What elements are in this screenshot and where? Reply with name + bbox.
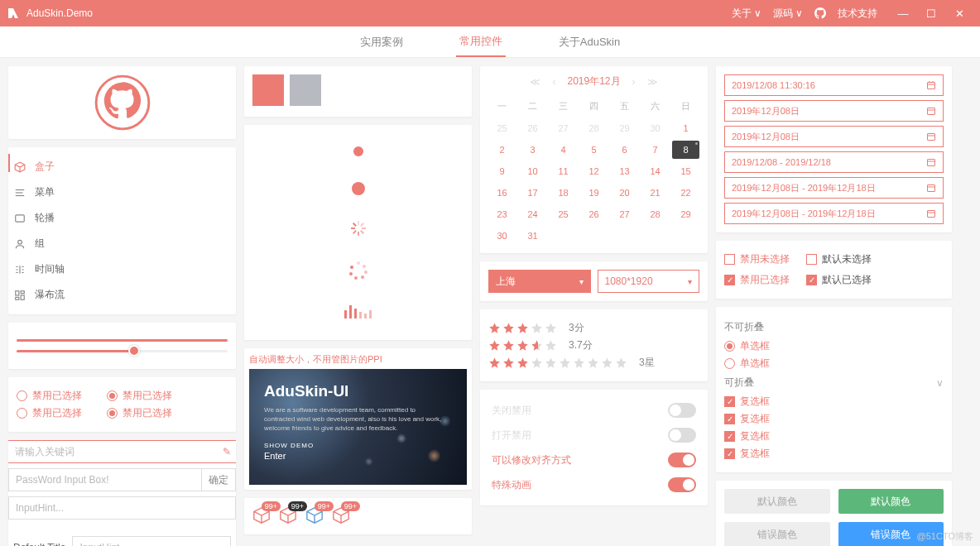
cal-day-12[interactable]: 12 — [580, 162, 608, 180]
cal-day-9[interactable]: 9 — [488, 162, 516, 180]
date-input-3[interactable]: 2019年12月08日 — [724, 126, 944, 147]
rating-3[interactable]: 3星 — [488, 356, 699, 370]
checkbox-1[interactable]: 复选框 — [724, 395, 944, 409]
rating-1[interactable]: 3分 — [488, 321, 699, 335]
cal-day-13[interactable]: 13 — [611, 162, 638, 180]
cal-day-10[interactable]: 10 — [519, 162, 546, 180]
checkbox-2[interactable]: 复选框 — [724, 412, 944, 426]
switch-2[interactable] — [668, 428, 696, 443]
cal-day-2[interactable]: 2 — [488, 141, 516, 159]
cal-day-11[interactable]: 11 — [550, 162, 577, 180]
cal-day-14[interactable]: 14 — [641, 162, 669, 180]
cal-next-year[interactable]: ≫ — [647, 76, 658, 88]
rating-2[interactable]: 3.7分 — [488, 338, 699, 352]
select-resolution[interactable]: 1080*1920▾ — [598, 270, 700, 293]
check-default-unsel[interactable]: 默认未选择 — [806, 252, 872, 266]
nav-group[interactable]: 组 — [8, 231, 236, 256]
date-range-2[interactable]: 2019年12月08日 - 2019年12月18日 — [724, 177, 944, 199]
swatch-accent[interactable] — [252, 74, 284, 106]
radio-b[interactable]: 单选框 — [724, 357, 944, 371]
cal-day-27[interactable]: 27 — [611, 205, 638, 223]
check-default-sel[interactable]: 默认已选择 — [806, 273, 872, 287]
date-input-2[interactable]: 2019年12月08日 — [724, 100, 944, 122]
cal-day-19[interactable]: 19 — [580, 184, 608, 202]
password-input[interactable] — [9, 474, 201, 486]
cal-day-22[interactable]: 22 — [672, 184, 699, 202]
checkbox-3[interactable]: 复选框 — [724, 429, 944, 443]
cal-day-prev[interactable]: 29 — [611, 119, 638, 137]
promo-enter[interactable]: Enter — [264, 451, 452, 461]
cal-day-5[interactable]: 5 — [580, 141, 608, 159]
cal-day-30[interactable]: 30 — [488, 227, 516, 245]
switch-1[interactable] — [668, 403, 696, 418]
cal-day-25[interactable]: 25 — [550, 205, 577, 223]
badge-4[interactable]: 99+ — [332, 506, 352, 526]
date-range-1[interactable]: 2019/12/08 - 2019/12/18 — [724, 151, 944, 173]
cal-day-20[interactable]: 20 — [611, 184, 638, 202]
maximize-button[interactable]: ☐ — [917, 7, 945, 20]
hint2-input[interactable] — [73, 542, 230, 546]
slider-1[interactable] — [17, 339, 228, 342]
cal-day-6[interactable]: 6 — [611, 141, 638, 159]
select-city[interactable]: 上海▾ — [488, 270, 591, 293]
cal-day-29[interactable]: 29 — [672, 205, 699, 223]
cal-day-prev[interactable]: 30 — [641, 119, 669, 137]
radio-disabled-sel-1[interactable]: 禁用已选择 — [17, 389, 82, 403]
badge-2[interactable]: 99+ — [279, 506, 299, 526]
github-icon[interactable] — [814, 7, 826, 19]
cal-day-8[interactable]: 8 — [672, 141, 699, 159]
cal-prev-month[interactable]: ‹ — [552, 76, 555, 88]
cal-day-3[interactable]: 3 — [519, 141, 546, 159]
switch-4[interactable] — [668, 477, 696, 492]
hint-input[interactable] — [9, 502, 235, 514]
nav-menu[interactable]: 菜单 — [8, 180, 236, 205]
cal-day-4[interactable]: 4 — [550, 141, 577, 159]
edit-icon[interactable]: ✎ — [218, 446, 236, 457]
search-input[interactable] — [8, 446, 218, 457]
radio-disabled-sel-2[interactable]: 禁用已选择 — [107, 389, 172, 403]
source-menu[interactable]: 源码∨ — [773, 7, 803, 21]
cal-day-23[interactable]: 23 — [488, 205, 516, 223]
checkbox-4[interactable]: 复选框 — [724, 447, 944, 461]
cal-day-24[interactable]: 24 — [519, 205, 546, 223]
cal-day-prev[interactable]: 25 — [488, 119, 516, 137]
cal-day-17[interactable]: 17 — [519, 184, 546, 202]
cal-day-1[interactable]: 1 — [672, 119, 699, 137]
nav-box[interactable]: 盒子 — [8, 154, 236, 180]
cal-next-month[interactable]: › — [632, 76, 636, 88]
cal-day-7[interactable]: 7 — [641, 141, 669, 159]
tab-controls[interactable]: 常用控件 — [456, 27, 506, 57]
cal-day-16[interactable]: 16 — [488, 184, 516, 202]
cal-day-28[interactable]: 28 — [641, 205, 669, 223]
date-range-3[interactable]: 2019年12月08日 - 2019年12月18日 — [724, 203, 944, 224]
cal-day-15[interactable]: 15 — [672, 162, 699, 180]
close-button[interactable]: ✕ — [945, 7, 973, 20]
btn-default-gray[interactable]: 默认颜色 — [724, 489, 830, 514]
nav-carousel[interactable]: 轮播 — [8, 205, 236, 231]
cal-prev-year[interactable]: ≪ — [530, 76, 540, 88]
badge-3[interactable]: 99+ — [305, 506, 325, 526]
promo-banner[interactable]: AduSkin-UI We are a software development… — [249, 369, 467, 485]
collapsible-header[interactable]: 可折叠∨ — [724, 376, 944, 390]
nav-waterfall[interactable]: 瀑布流 — [8, 282, 236, 308]
cal-day-31[interactable]: 31 — [519, 227, 546, 245]
support-link[interactable]: 技术支持 — [838, 7, 877, 21]
btn-error-gray[interactable]: 错误颜色 — [724, 522, 830, 546]
radio-disabled-sel-4[interactable]: 禁用已选择 — [107, 406, 172, 420]
badge-1[interactable]: 99+ — [252, 506, 272, 526]
nav-timeline[interactable]: 时间轴 — [8, 256, 236, 282]
minimize-button[interactable]: — — [889, 7, 917, 20]
switch-3[interactable] — [668, 453, 696, 467]
cal-day-prev[interactable]: 26 — [519, 119, 546, 137]
cal-day-18[interactable]: 18 — [550, 184, 577, 202]
confirm-button[interactable]: 确定 — [201, 469, 235, 491]
radio-disabled-sel-3[interactable]: 禁用已选择 — [17, 406, 82, 420]
tab-examples[interactable]: 实用案例 — [357, 28, 406, 56]
cal-day-21[interactable]: 21 — [641, 184, 669, 202]
slider-2[interactable] — [17, 350, 228, 352]
cal-day-26[interactable]: 26 — [580, 205, 608, 223]
radio-a[interactable]: 单选框 — [724, 339, 944, 353]
cal-day-prev[interactable]: 27 — [550, 119, 577, 137]
date-input-1[interactable]: 2019/12/08 11:30:16 — [724, 74, 944, 96]
cal-day-prev[interactable]: 28 — [580, 119, 608, 137]
